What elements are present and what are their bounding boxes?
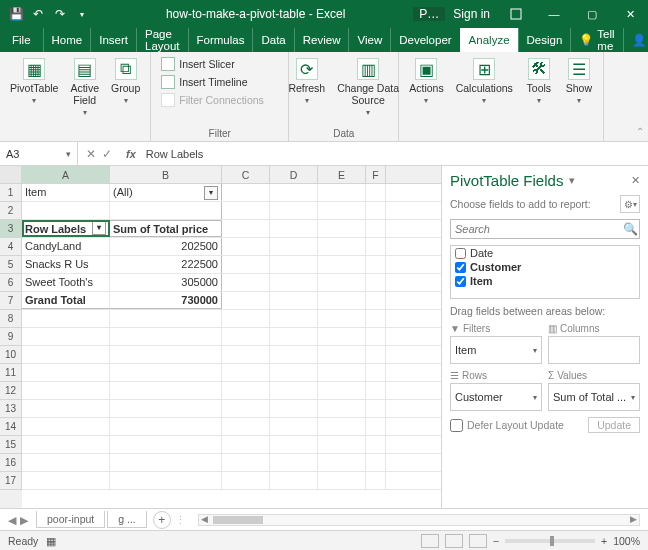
row-header-5[interactable]: 5 bbox=[0, 256, 22, 274]
row-header-13[interactable]: 13 bbox=[0, 400, 22, 418]
cell-B17[interactable] bbox=[110, 472, 222, 489]
cell-B14[interactable] bbox=[110, 418, 222, 435]
row-header-7[interactable]: 7 bbox=[0, 292, 22, 310]
tab-data[interactable]: Data bbox=[252, 28, 293, 52]
values-area[interactable]: Sum of Total ...▾ bbox=[548, 383, 640, 411]
undo-icon[interactable]: ↶ bbox=[28, 4, 48, 24]
cell-C11[interactable] bbox=[222, 364, 270, 381]
cell-E5[interactable] bbox=[318, 256, 366, 273]
cell-D5[interactable] bbox=[270, 256, 318, 273]
cell-D15[interactable] bbox=[270, 436, 318, 453]
cell-D17[interactable] bbox=[270, 472, 318, 489]
cell-B12[interactable] bbox=[110, 382, 222, 399]
macro-record-icon[interactable]: ▦ bbox=[46, 535, 56, 547]
cell-E4[interactable] bbox=[318, 238, 366, 255]
fx-icon[interactable]: fx bbox=[120, 148, 142, 160]
cell-F15[interactable] bbox=[366, 436, 386, 453]
cell-A7[interactable]: Grand Total bbox=[22, 292, 110, 309]
cell-B13[interactable] bbox=[110, 400, 222, 417]
cell-A3[interactable]: Row Labels▾ bbox=[22, 220, 110, 237]
sheet-tab-2[interactable]: g ... bbox=[107, 511, 147, 528]
row-header-15[interactable]: 15 bbox=[0, 436, 22, 454]
zoom-in-button[interactable]: + bbox=[601, 535, 607, 547]
tab-design[interactable]: Design bbox=[518, 28, 571, 52]
cell-B3[interactable]: Sum of Total price bbox=[110, 220, 222, 237]
cell-F8[interactable] bbox=[366, 310, 386, 327]
cell-C10[interactable] bbox=[222, 346, 270, 363]
cell-A1[interactable]: Item bbox=[22, 184, 110, 201]
fields-search[interactable]: 🔍 bbox=[450, 219, 640, 239]
pane-gear-button[interactable]: ⚙▾ bbox=[620, 195, 640, 213]
cell-F4[interactable] bbox=[366, 238, 386, 255]
cell-C12[interactable] bbox=[222, 382, 270, 399]
cell-D4[interactable] bbox=[270, 238, 318, 255]
rowlabels-dropdown-icon[interactable]: ▾ bbox=[92, 221, 106, 235]
tab-view[interactable]: View bbox=[348, 28, 390, 52]
sheet-tab-1[interactable]: poor-input bbox=[36, 511, 105, 528]
row-header-17[interactable]: 17 bbox=[0, 472, 22, 490]
new-sheet-button[interactable]: + bbox=[153, 511, 171, 529]
horizontal-scrollbar[interactable]: ◀ ▶ bbox=[198, 514, 640, 526]
cell-A13[interactable] bbox=[22, 400, 110, 417]
cell-C2[interactable] bbox=[222, 202, 270, 219]
field-date[interactable]: Date bbox=[451, 246, 639, 260]
cell-E9[interactable] bbox=[318, 328, 366, 345]
fields-list[interactable]: Date Customer Item bbox=[450, 245, 640, 299]
cell-A10[interactable] bbox=[22, 346, 110, 363]
row-header-4[interactable]: 4 bbox=[0, 238, 22, 256]
change-data-source-button[interactable]: ▥Change Data Source▾ bbox=[333, 56, 403, 119]
formula-input[interactable] bbox=[142, 142, 648, 165]
cell-D11[interactable] bbox=[270, 364, 318, 381]
tab-insert[interactable]: Insert bbox=[90, 28, 136, 52]
cell-B16[interactable] bbox=[110, 454, 222, 471]
cell-B15[interactable] bbox=[110, 436, 222, 453]
defer-checkbox[interactable] bbox=[450, 419, 463, 432]
sheet-nav-next-icon[interactable]: ▶ bbox=[20, 514, 28, 526]
sheet-nav-prev-icon[interactable]: ◀ bbox=[8, 514, 16, 526]
cell-E12[interactable] bbox=[318, 382, 366, 399]
cell-B2[interactable] bbox=[110, 202, 222, 219]
col-header-e[interactable]: E bbox=[318, 166, 366, 183]
cell-B9[interactable] bbox=[110, 328, 222, 345]
field-item[interactable]: Item bbox=[451, 274, 639, 288]
row-header-9[interactable]: 9 bbox=[0, 328, 22, 346]
save-icon[interactable]: 💾 bbox=[6, 4, 26, 24]
cell-E17[interactable] bbox=[318, 472, 366, 489]
qat-customize-icon[interactable]: ▾ bbox=[72, 4, 92, 24]
cell-B4[interactable]: 202500 bbox=[110, 238, 222, 255]
cell-E1[interactable] bbox=[318, 184, 366, 201]
field-customer[interactable]: Customer bbox=[451, 260, 639, 274]
cell-C6[interactable] bbox=[222, 274, 270, 291]
cell-A16[interactable] bbox=[22, 454, 110, 471]
cell-F13[interactable] bbox=[366, 400, 386, 417]
rows-area[interactable]: Customer▾ bbox=[450, 383, 542, 411]
cell-A15[interactable] bbox=[22, 436, 110, 453]
cell-E11[interactable] bbox=[318, 364, 366, 381]
tab-home[interactable]: Home bbox=[43, 28, 91, 52]
cell-E3[interactable] bbox=[318, 220, 366, 237]
cell-E13[interactable] bbox=[318, 400, 366, 417]
zoom-level[interactable]: 100% bbox=[613, 535, 640, 547]
refresh-button[interactable]: ⟳Refresh▾ bbox=[284, 56, 329, 107]
field-customer-checkbox[interactable] bbox=[455, 262, 466, 273]
cell-F17[interactable] bbox=[366, 472, 386, 489]
tab-page-layout[interactable]: Page Layout bbox=[136, 28, 188, 52]
cell-D1[interactable] bbox=[270, 184, 318, 201]
actions-button[interactable]: ▣Actions▾ bbox=[405, 56, 447, 107]
cell-C9[interactable] bbox=[222, 328, 270, 345]
field-date-checkbox[interactable] bbox=[455, 248, 466, 259]
search-icon[interactable]: 🔍 bbox=[621, 222, 639, 236]
insert-slicer-button[interactable]: Insert Slicer bbox=[157, 56, 268, 72]
name-box[interactable]: A3▾ bbox=[0, 142, 78, 165]
cell-D7[interactable] bbox=[270, 292, 318, 309]
cell-C13[interactable] bbox=[222, 400, 270, 417]
tab-developer[interactable]: Developer bbox=[390, 28, 459, 52]
cell-A8[interactable] bbox=[22, 310, 110, 327]
columns-area[interactable] bbox=[548, 336, 640, 364]
cell-A5[interactable]: Snacks R Us bbox=[22, 256, 110, 273]
row-header-2[interactable]: 2 bbox=[0, 202, 22, 220]
select-all-corner[interactable] bbox=[0, 166, 22, 183]
pill-badge[interactable]: P… bbox=[413, 7, 445, 21]
cell-C3[interactable] bbox=[222, 220, 270, 237]
tab-analyze[interactable]: Analyze bbox=[460, 28, 518, 52]
